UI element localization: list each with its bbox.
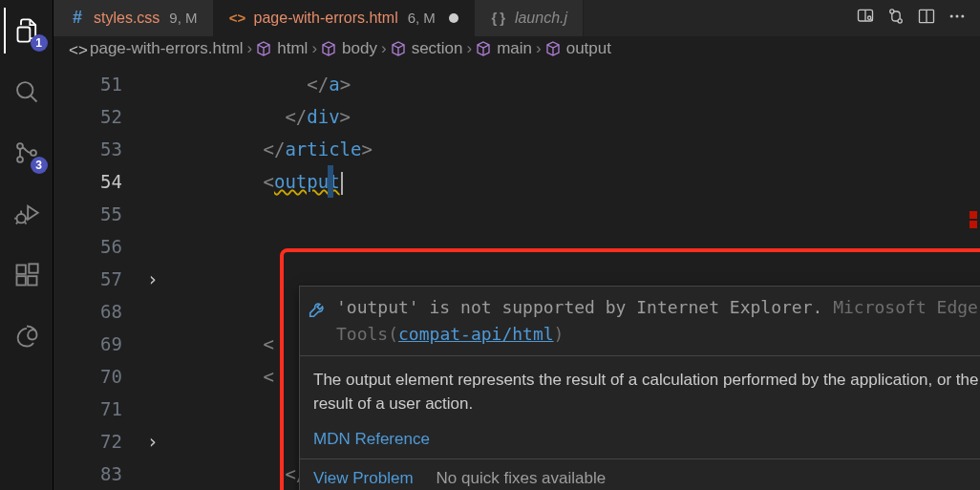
tab-git-status: 9, M <box>169 10 197 26</box>
dirty-indicator-icon <box>449 13 458 23</box>
more-actions-icon[interactable] <box>948 7 967 30</box>
scm-badge: 3 <box>31 157 48 174</box>
explorer-icon[interactable]: 1 <box>4 8 50 53</box>
line-number-gutter: 51 52 53 54 55 56 57 68 69 70 71 72 83 <box>53 62 147 490</box>
hover-diagnostic-message: 'output' is not supported by Internet Ex… <box>336 297 822 317</box>
activity-bar: 1 3 <box>0 0 53 490</box>
view-problem-link[interactable]: View Problem <box>313 469 414 488</box>
svg-point-7 <box>16 214 25 223</box>
symbol-icon <box>321 41 336 56</box>
svg-point-3 <box>17 143 23 149</box>
hover-description: The output element represents the result… <box>300 358 980 426</box>
fold-icon[interactable]: › <box>147 263 176 295</box>
run-debug-icon[interactable] <box>4 191 50 237</box>
svg-point-25 <box>950 14 953 17</box>
svg-rect-0 <box>17 28 30 42</box>
open-changes-icon[interactable] <box>886 7 905 30</box>
diagnostic-code-link[interactable]: compat-api/html <box>398 324 554 344</box>
tab-label: page-with-errors.html <box>254 10 398 27</box>
svg-rect-13 <box>16 266 25 274</box>
chevron-right-icon: › <box>536 39 542 58</box>
symbol-icon <box>256 41 271 56</box>
quickfix-icon[interactable] <box>308 298 329 319</box>
tab-label: styles.css <box>94 10 160 27</box>
tab-launch-json[interactable]: { } launch.j <box>475 0 584 36</box>
breadcrumb-item: html <box>277 39 308 58</box>
source-control-icon[interactable]: 3 <box>4 130 50 176</box>
fold-gutter: › › <box>147 62 176 490</box>
svg-point-1 <box>17 82 32 97</box>
tab-bar: # styles.css 9, M <> page-with-errors.ht… <box>53 0 980 36</box>
chevron-right-icon: › <box>381 39 387 58</box>
svg-point-26 <box>956 14 959 17</box>
css-file-icon: # <box>69 10 86 27</box>
symbol-icon <box>391 41 406 56</box>
json-file-icon: { } <box>490 10 507 27</box>
open-preview-icon[interactable] <box>856 7 875 30</box>
svg-point-21 <box>890 10 894 13</box>
split-editor-icon[interactable] <box>917 7 936 30</box>
breadcrumb-item: main <box>497 39 532 58</box>
extensions-icon[interactable] <box>4 252 50 298</box>
svg-marker-6 <box>28 206 37 220</box>
breadcrumb[interactable]: <> page-with-errors.html › html › body ›… <box>53 36 980 62</box>
hover-tooltip: 'output' is not supported by Internet Ex… <box>299 286 980 490</box>
svg-point-27 <box>961 14 964 17</box>
breadcrumb-item: section <box>412 39 463 58</box>
editor-actions <box>842 0 980 36</box>
svg-rect-16 <box>29 264 37 272</box>
svg-rect-14 <box>16 276 25 285</box>
svg-line-2 <box>31 96 36 101</box>
tab-styles-css[interactable]: # styles.css 9, M <box>53 0 214 36</box>
symbol-icon <box>545 41 561 56</box>
chevron-right-icon: › <box>311 39 317 58</box>
fold-icon[interactable]: › <box>147 425 176 458</box>
breadcrumb-item: output <box>566 39 611 58</box>
symbol-icon <box>476 41 491 56</box>
mdn-reference-link[interactable]: MDN Reference <box>313 430 430 448</box>
svg-point-19 <box>868 16 871 19</box>
text-cursor <box>341 172 343 195</box>
svg-rect-15 <box>28 276 36 285</box>
svg-line-11 <box>15 222 17 224</box>
chevron-right-icon: › <box>247 39 253 58</box>
breadcrumb-item: body <box>342 39 377 58</box>
svg-point-4 <box>17 157 23 162</box>
tab-git-status: 6, M <box>408 10 436 26</box>
breadcrumb-file: page-with-errors.html <box>90 39 244 58</box>
html-file-icon: <> <box>229 10 246 27</box>
tab-page-with-errors[interactable]: <> page-with-errors.html 6, M <box>214 0 475 36</box>
code-editor[interactable]: 51 52 53 54 55 56 57 68 69 70 71 72 83 ›… <box>53 62 980 490</box>
search-icon[interactable] <box>4 69 50 115</box>
tab-label: launch.j <box>515 10 567 27</box>
edge-tools-icon[interactable] <box>4 313 50 359</box>
html-file-icon: <> <box>69 41 84 56</box>
editor-group: # styles.css 9, M <> page-with-errors.ht… <box>53 0 980 490</box>
svg-point-5 <box>31 150 36 156</box>
svg-point-22 <box>898 19 902 23</box>
chevron-right-icon: › <box>467 39 473 58</box>
no-quick-fix-label: No quick fixes available <box>437 469 607 488</box>
explorer-badge: 1 <box>31 34 48 52</box>
svg-line-12 <box>24 222 26 224</box>
